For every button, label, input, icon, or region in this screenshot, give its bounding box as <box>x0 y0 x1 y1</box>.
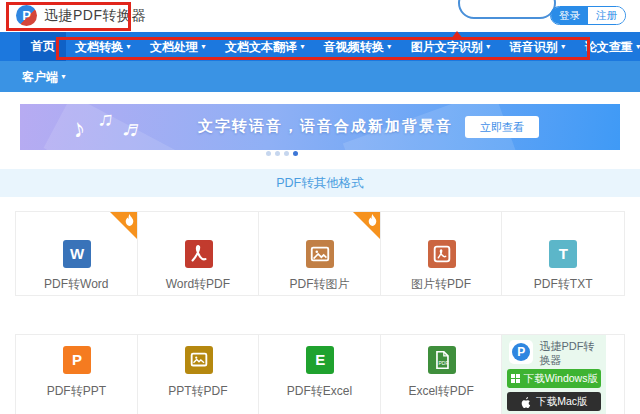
nav-item-av-convert[interactable]: 音视频转换▼ <box>315 32 402 61</box>
section-tab-band: PDF转其他格式 <box>0 169 640 197</box>
chevron-down-icon: ▼ <box>60 73 67 80</box>
card-grid-row-2: P PDF转PPT PPT转PDF E PDF转Excel PDF Excel转… <box>15 334 625 414</box>
download-mac-button[interactable]: 下载Mac版 <box>507 392 601 411</box>
nav-item-doc-translate[interactable]: 文档文本翻译▼ <box>216 32 315 61</box>
auth-buttons: 登录 注册 <box>550 6 626 25</box>
card-pdf-to-excel[interactable]: E PDF转Excel <box>259 335 381 414</box>
presentation-icon <box>185 346 213 374</box>
card-excel-to-pdf[interactable]: PDF Excel转PDF <box>381 335 503 414</box>
adobe-pdf-icon <box>185 240 213 268</box>
nav-item-client[interactable]: 客户端▼ <box>22 61 67 93</box>
chevron-down-icon: ▼ <box>485 43 492 50</box>
carousel-dot[interactable] <box>275 151 280 156</box>
pdf-to-ppt-icon: P <box>63 346 91 374</box>
sub-nav: 客户端▼ <box>0 61 640 92</box>
hot-flame-badge <box>353 212 380 239</box>
chevron-down-icon: ▼ <box>299 43 306 50</box>
app-name: 迅捷PDF转换器 <box>539 340 603 368</box>
download-windows-button[interactable]: 下载Windows版 <box>507 369 601 388</box>
card-pdf-to-ppt[interactable]: P PDF转PPT <box>16 335 138 414</box>
card-grid-row-1: W PDF转Word Word转PDF PDF转图片 图片转PDF T <box>15 211 625 296</box>
flame-icon <box>367 214 378 226</box>
site-logo[interactable]: P 迅捷PDF转换器 <box>16 5 146 26</box>
pdf-to-word-icon: W <box>63 240 91 268</box>
pdf-document-icon: PDF <box>428 346 456 374</box>
card-word-to-pdf[interactable]: Word转PDF <box>138 212 260 295</box>
svg-text:PDF: PDF <box>438 360 448 366</box>
header: P 迅捷PDF转换器 登录 注册 <box>0 0 640 32</box>
card-pdf-to-txt[interactable]: T PDF转TXT <box>502 212 624 295</box>
carousel-dot-active[interactable] <box>293 151 298 156</box>
flame-icon <box>124 214 135 226</box>
nav-item-plagiarism-check[interactable]: 论文查重▼ <box>576 32 640 61</box>
card-ppt-to-pdf[interactable]: PPT转PDF <box>138 335 260 414</box>
nav-item-ocr[interactable]: 图片文字识别▼ <box>402 32 501 61</box>
windows-icon <box>511 374 520 383</box>
app-download-widget: P 迅捷PDF转换器 下载Windows版 下载Mac版 <box>502 335 606 414</box>
pdf-file-icon <box>428 240 456 268</box>
app-logo-icon: P <box>509 340 533 364</box>
nav-item-speech-recognition[interactable]: 语音识别▼ <box>501 32 576 61</box>
download-widget-cell: P 迅捷PDF转换器 下载Windows版 下载Mac版 <box>502 335 624 414</box>
nav-item-doc-convert[interactable]: 文档转换▼ <box>66 32 141 61</box>
apple-icon <box>521 395 532 408</box>
main-nav: 首页 文档转换▼ 文档处理▼ 文档文本翻译▼ 音视频转换▼ 图片文字识别▼ 语音… <box>0 32 640 61</box>
logo-text: 迅捷PDF转换器 <box>44 7 146 25</box>
chevron-down-icon: ▼ <box>560 43 567 50</box>
carousel-dot[interactable] <box>284 151 289 156</box>
logo-icon: P <box>16 5 37 26</box>
card-image-to-pdf[interactable]: 图片转PDF <box>381 212 503 295</box>
image-icon <box>306 240 334 268</box>
login-button[interactable]: 登录 <box>551 7 588 24</box>
nav-item-home[interactable]: 首页 <box>20 32 66 61</box>
chevron-down-icon: ▼ <box>125 43 132 50</box>
banner-view-now-button[interactable]: 立即查看 <box>465 116 539 138</box>
register-button[interactable]: 注册 <box>588 7 625 24</box>
banner-light-ray <box>44 104 187 150</box>
carousel-dots <box>266 151 298 156</box>
chevron-down-icon: ▼ <box>635 43 640 50</box>
pdf-converter-homepage: P 迅捷PDF转换器 登录 注册 首页 文档转换▼ 文档处理▼ 文档文本翻译▼ … <box>0 0 640 414</box>
card-pdf-to-image[interactable]: PDF转图片 <box>259 212 381 295</box>
banner-title: 文字转语音，语音合成新加背景音 <box>198 117 453 136</box>
chevron-down-icon: ▼ <box>200 43 207 50</box>
search-input[interactable] <box>458 0 556 19</box>
promo-banner[interactable]: ♪ ♫ ♬ 文字转语音，语音合成新加背景音 立即查看 <box>20 104 620 150</box>
carousel-dot[interactable] <box>266 151 271 156</box>
tab-pdf-to-other-formats[interactable]: PDF转其他格式 <box>276 176 364 190</box>
hot-flame-badge <box>110 212 137 239</box>
card-pdf-to-word[interactable]: W PDF转Word <box>16 212 138 295</box>
nav-item-doc-process[interactable]: 文档处理▼ <box>141 32 216 61</box>
chevron-down-icon: ▼ <box>386 43 393 50</box>
pdf-to-txt-icon: T <box>549 240 577 268</box>
pdf-to-excel-icon: E <box>306 346 334 374</box>
